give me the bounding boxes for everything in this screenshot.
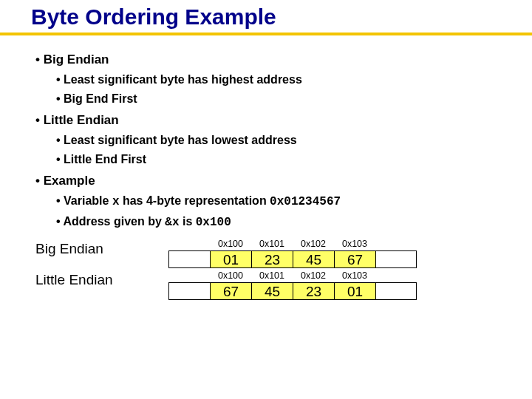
tables-area: Big Endian 0x100 0x101 0x102 0x103 01 23	[35, 238, 510, 300]
byte-pad	[168, 282, 210, 300]
little-byte-row: 67 45 23 01	[168, 282, 417, 300]
byte-cell: 67	[210, 282, 251, 300]
slide-body: Big Endian Least significant byte has hi…	[0, 35, 532, 300]
little-endian-row: Little Endian 0x100 0x101 0x102 0x103 67…	[35, 270, 510, 300]
byte-cell: 01	[334, 282, 375, 300]
code-addr-x: &x	[165, 216, 179, 229]
bullet-little-sub2: Little End First	[56, 151, 510, 168]
addr-cell: 0x100	[210, 238, 251, 250]
little-endian-label: Little Endian	[35, 270, 168, 300]
little-addr-row: 0x100 0x101 0x102 0x103	[168, 270, 417, 282]
bullet-example-sub2: Address given by &x is 0x100	[56, 214, 510, 231]
big-byte-row: 01 23 45 67	[168, 250, 417, 268]
title-area: Byte Ordering Example	[0, 0, 532, 30]
addr-cell: 0x102	[293, 238, 334, 250]
text: has 4-byte representation	[119, 194, 270, 207]
addr-cell: 0x101	[251, 270, 293, 282]
addr-pad	[168, 238, 210, 250]
addr-cell: 0x103	[334, 238, 375, 250]
text: Variable	[64, 194, 112, 207]
byte-cell: 45	[251, 282, 293, 300]
code-hex-value: 0x01234567	[270, 195, 341, 208]
text: is	[179, 215, 195, 228]
addr-pad	[375, 238, 417, 250]
addr-pad	[375, 270, 417, 282]
big-addr-row: 0x100 0x101 0x102 0x103	[168, 238, 417, 250]
bullet-example: Example	[35, 173, 510, 190]
byte-cell: 23	[293, 282, 334, 300]
bullet-little-sub1: Least significant byte has lowest addres…	[56, 132, 510, 149]
text: Address given by	[63, 215, 165, 228]
addr-cell: 0x103	[334, 270, 375, 282]
little-endian-table: 0x100 0x101 0x102 0x103 67 45 23 01	[168, 270, 417, 300]
slide: Byte Ordering Example Big Endian Least s…	[0, 0, 532, 399]
big-endian-label: Big Endian	[35, 239, 168, 269]
addr-cell: 0x101	[251, 238, 293, 250]
slide-title: Byte Ordering Example	[31, 4, 532, 30]
code-addr-value: 0x100	[196, 216, 231, 229]
byte-cell: 45	[293, 250, 334, 268]
addr-cell: 0x100	[210, 270, 251, 282]
byte-pad	[375, 282, 417, 300]
bullet-big-sub2: Big End First	[56, 91, 510, 107]
big-endian-row: Big Endian 0x100 0x101 0x102 0x103 01 23	[35, 238, 510, 268]
addr-pad	[168, 270, 210, 282]
bullet-example-sub1: Variable x has 4-byte representation 0x0…	[56, 193, 510, 211]
bullet-little-endian: Little Endian	[35, 112, 510, 129]
byte-pad	[168, 250, 210, 268]
addr-cell: 0x102	[293, 270, 334, 282]
big-endian-table: 0x100 0x101 0x102 0x103 01 23 45 67	[168, 238, 417, 268]
bullet-big-endian: Big Endian	[35, 52, 510, 69]
byte-pad	[375, 250, 417, 268]
byte-cell: 67	[334, 250, 375, 268]
bullet-big-sub1: Least significant byte has highest addre…	[56, 72, 510, 88]
byte-cell: 23	[251, 250, 293, 268]
byte-cell: 01	[210, 250, 251, 268]
